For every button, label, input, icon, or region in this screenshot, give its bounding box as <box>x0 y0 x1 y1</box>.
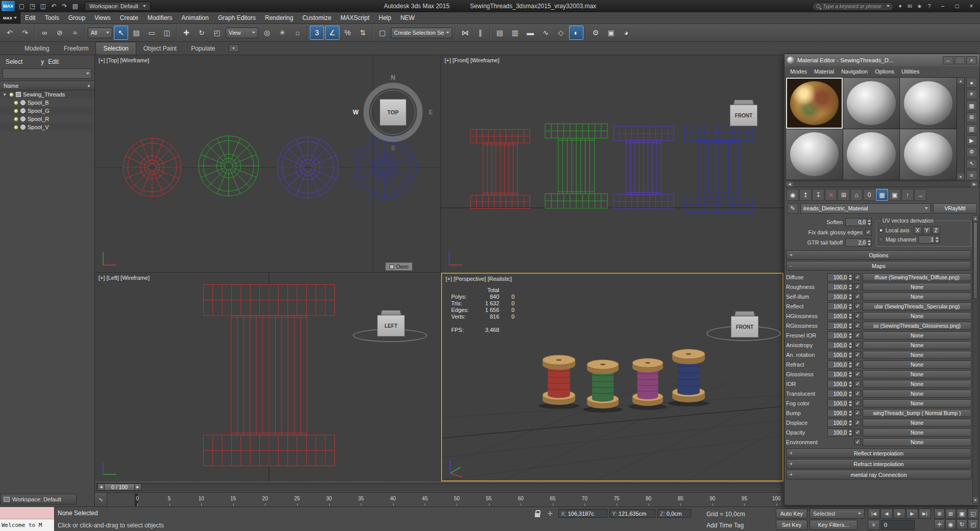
map-checkbox[interactable]: ✓ <box>854 312 861 319</box>
select-object-icon[interactable]: ↖ <box>114 26 128 40</box>
map-slot-button[interactable]: None <box>863 438 971 446</box>
map-checkbox[interactable]: ✓ <box>854 293 861 300</box>
save-file-icon[interactable]: ◫ <box>38 2 48 11</box>
spinner-buttons[interactable] <box>848 293 852 300</box>
top-viewport[interactable]: [+] [Top] [Wireframe] TOP N W E S <box>95 55 440 272</box>
spool-3d[interactable] <box>629 358 667 410</box>
spinner-up-icon[interactable] <box>848 409 852 413</box>
ribbon-display-toggle[interactable]: ▾ <box>229 42 239 55</box>
spinner-buttons[interactable] <box>867 239 871 246</box>
spinner-down-icon[interactable] <box>848 355 852 358</box>
fix-dark-glossy-checkbox[interactable]: ✓ <box>865 229 872 235</box>
map-slot-button[interactable]: None <box>863 428 971 437</box>
spinner-up-icon[interactable] <box>848 390 852 394</box>
map-checkbox[interactable]: ✓ <box>854 342 861 348</box>
lightbulb-icon[interactable] <box>14 109 18 113</box>
viewcube-top[interactable]: TOP N W E S <box>363 83 423 142</box>
spinner-buttons[interactable] <box>848 351 852 358</box>
spinner-buttons[interactable] <box>848 342 852 349</box>
select-move-icon[interactable]: ✚ <box>179 26 193 40</box>
spinner-down-icon[interactable] <box>848 394 852 397</box>
spool-wireframe[interactable] <box>545 124 607 208</box>
set-key-button[interactable]: Set Key <box>776 520 807 530</box>
lightbulb-icon[interactable] <box>14 125 18 130</box>
spinner-buttons[interactable] <box>848 303 852 310</box>
spinner-up-icon[interactable] <box>848 283 852 287</box>
left-viewport-canvas[interactable] <box>95 273 440 481</box>
map-amount-spinner[interactable]: 100,0 <box>827 419 853 427</box>
next-frame-arrow[interactable]: ▶ <box>134 484 141 491</box>
spinner-down-icon[interactable] <box>848 384 852 388</box>
explorer-menu-select[interactable]: Select <box>6 58 22 65</box>
minimize-button[interactable]: – <box>936 2 950 11</box>
spinner-down-icon[interactable] <box>848 413 852 417</box>
align-icon[interactable]: ∥ <box>473 26 487 40</box>
spinner-buttons[interactable] <box>848 274 852 281</box>
me-menu-navigation[interactable]: Navigation <box>838 68 871 75</box>
spinner-up-icon[interactable] <box>848 332 852 335</box>
soften-spinner[interactable]: 0,0 <box>845 218 872 226</box>
map-amount-spinner[interactable]: 100,0 <box>827 380 853 388</box>
material-sample-slot[interactable] <box>843 129 900 180</box>
select-scale-icon[interactable]: ◰ <box>210 26 224 40</box>
absolute-mode-toggle[interactable]: ✛ <box>545 509 555 518</box>
axis-x-button[interactable]: X <box>914 227 922 234</box>
me-menu-utilities[interactable]: Utilities <box>898 68 923 75</box>
map-checkbox[interactable]: ✓ <box>854 390 861 397</box>
auto-key-button[interactable]: Auto Key <box>776 509 807 519</box>
explorer-menu-y[interactable]: y <box>41 58 44 65</box>
ribbon-tab-freeform[interactable]: Freeform <box>57 42 96 55</box>
map-slot-button[interactable]: ss (SewingThreads_Glossiness.png) <box>863 322 971 330</box>
name-column-header[interactable]: Name ▲ <box>0 81 94 90</box>
material-editor-titlebar[interactable]: Material Editor - SewingThreads_D... –□× <box>785 54 979 66</box>
ribbon-tab-populate[interactable]: Populate <box>184 42 222 55</box>
left-viewport[interactable]: [+] [Left] [Wireframe] LEFT <box>95 273 440 481</box>
map-checkbox[interactable]: ✓ <box>854 332 861 339</box>
map-checkbox[interactable]: ✓ <box>854 409 861 416</box>
map-amount-spinner[interactable]: 100,0 <box>827 409 853 417</box>
tree-row[interactable]: Spool_G <box>0 107 94 115</box>
spinner-buttons[interactable] <box>867 219 871 226</box>
spinner-down-icon[interactable] <box>848 403 852 407</box>
selection-lock-toggle[interactable] <box>533 510 542 518</box>
maxscript-mini-listener[interactable]: Welcome to M <box>0 507 55 531</box>
material-sample-slot[interactable] <box>900 78 957 129</box>
track-bar[interactable]: ∿ 05101520253035404550556065707580859095… <box>95 492 783 506</box>
map-slot-button[interactable]: wingThreads_bump ( Normal Bump ) <box>863 409 971 417</box>
time-slider[interactable]: ◀ 0 / 100 ▶ <box>95 481 783 492</box>
application-menu-button[interactable]: MAX <box>0 12 20 23</box>
sample-uv-tiling-icon[interactable]: ⊞ <box>966 112 977 123</box>
spinner-up-icon[interactable] <box>848 429 852 432</box>
spinner-buttons[interactable] <box>848 419 852 426</box>
map-amount-spinner[interactable]: 100,0 <box>827 428 853 437</box>
perspective-viewport-label[interactable]: [+] [Perspective] [Realistic] <box>446 276 512 282</box>
walk-through-icon[interactable]: ◉ <box>945 519 956 529</box>
angle-snap-icon[interactable]: ∠ <box>325 26 339 40</box>
select-rotate-icon[interactable]: ↻ <box>194 26 209 40</box>
scroll-up-icon[interactable]: ▲ <box>957 78 964 84</box>
redo-icon[interactable]: ↷ <box>18 26 32 40</box>
map-slot-button[interactable]: None <box>863 390 971 398</box>
compass-south[interactable]: S <box>391 144 395 152</box>
perspective-viewport[interactable]: [+] [Perspective] [Realistic] TotalPolys… <box>441 273 783 481</box>
spinner-down-icon[interactable] <box>848 277 852 281</box>
front-viewport[interactable]: [+] [Front] [Wireframe] FRONT <box>441 55 783 272</box>
spinner-down-icon[interactable] <box>848 326 852 329</box>
map-amount-spinner[interactable]: 100,0 <box>827 322 853 330</box>
spinner-up-icon[interactable] <box>848 361 852 365</box>
map-checkbox[interactable]: ✓ <box>854 361 861 368</box>
menu-maxscript[interactable]: MAXScript <box>336 12 374 23</box>
scroll-down-icon[interactable]: ▼ <box>957 174 964 180</box>
map-amount-spinner[interactable]: 100,0 <box>827 283 853 291</box>
undo-icon[interactable]: ↶ <box>3 26 17 40</box>
me-close-button[interactable]: × <box>966 56 977 64</box>
viewcube-top-face[interactable] <box>734 311 755 316</box>
menu-create[interactable]: Create <box>115 12 143 23</box>
make-preview-icon[interactable]: ▶ <box>966 135 977 146</box>
background-icon[interactable]: ▦ <box>966 101 977 111</box>
layer-explorer-toggle-icon[interactable]: ▥ <box>508 26 522 40</box>
spinner-down-icon[interactable] <box>848 297 852 300</box>
put-to-library-icon[interactable]: ⌂ <box>850 189 863 201</box>
map-slot-button[interactable]: None <box>863 312 971 320</box>
map-amount-spinner[interactable]: 100,0 <box>827 390 853 398</box>
